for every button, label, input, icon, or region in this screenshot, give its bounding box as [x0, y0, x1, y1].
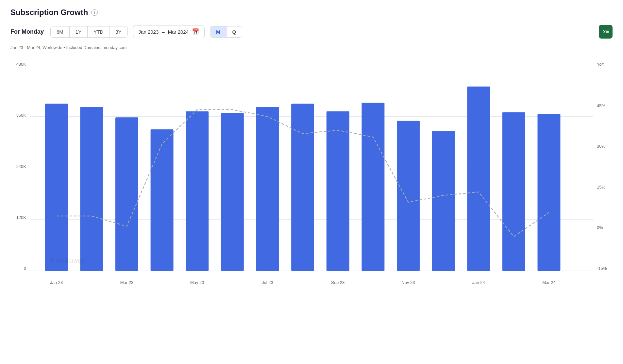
x-axis-labels: Jan 23Mar 23May 23Jul 23Sep 23Nov 23Jan …	[30, 277, 593, 290]
y-axis-right: YoY 45% 30% 15% 0% -15%	[594, 62, 613, 271]
y-label-0: 0	[24, 266, 26, 271]
x-label-sep23: Sep 23	[331, 280, 345, 285]
date-range-start: Jan 2023	[139, 29, 159, 35]
y-label-240k: 240K	[16, 164, 26, 169]
svg-rect-13	[151, 129, 174, 271]
svg-rect-14	[186, 111, 209, 271]
svg-rect-20	[397, 121, 420, 271]
svg-rect-18	[327, 111, 349, 271]
mq-btn-q[interactable]: Q	[227, 26, 242, 37]
x-label-nov23: Nov 23	[401, 280, 415, 285]
controls-row: For Monday 6M 1Y YTD 3Y Jan 2023 – Mar 2…	[10, 25, 613, 39]
period-btn-1y[interactable]: 1Y	[70, 26, 88, 37]
svg-rect-3	[606, 31, 609, 32]
svg-rect-11	[80, 107, 103, 271]
y-label-15pct: 15%	[597, 185, 605, 190]
svg-text:X: X	[603, 30, 606, 34]
y-axis-left: 480K 360K 240K 120K 0	[10, 62, 29, 271]
mq-btn-m[interactable]: M	[210, 26, 227, 37]
for-monday-label: For Monday	[10, 28, 44, 35]
period-buttons: 6M 1Y YTD 3Y	[50, 26, 128, 38]
chart-subtitle: Jan 23 - Mar 24, Worldwide • Included Do…	[10, 45, 613, 50]
date-range-end: Mar 2024	[168, 29, 189, 35]
y-label-45pct: 45%	[597, 103, 605, 108]
y-label-30pct: 30%	[597, 144, 605, 149]
x-label-jan23: Jan 23	[50, 280, 63, 285]
svg-rect-10	[45, 104, 68, 271]
svg-rect-12	[115, 117, 138, 271]
y-label-0pct: 0%	[597, 225, 603, 230]
period-btn-ytd[interactable]: YTD	[88, 26, 109, 37]
chart-title: Subscription Growth	[10, 8, 88, 17]
bars-container	[30, 65, 593, 271]
svg-rect-23	[502, 112, 525, 271]
svg-rect-22	[467, 87, 490, 271]
x-label-jan24: Jan 24	[472, 280, 485, 285]
svg-rect-24	[537, 114, 560, 271]
svg-rect-16	[256, 107, 279, 271]
bars-svg	[30, 65, 593, 271]
x-label-mar23: Mar 23	[120, 280, 133, 285]
chart-area: 480K 360K 240K 120K 0 YoY 45% 30% 15% 0%…	[10, 55, 613, 290]
svg-rect-4	[606, 32, 609, 33]
y-label-480k: 480K	[16, 62, 26, 67]
svg-rect-17	[291, 104, 314, 271]
x-label-may23: May 23	[190, 280, 204, 285]
calendar-icon: 📅	[192, 28, 199, 35]
watermark: © Similarweb	[50, 257, 84, 264]
x-label-jul23: Jul 23	[262, 280, 273, 285]
svg-rect-19	[362, 103, 384, 271]
svg-rect-21	[432, 131, 455, 271]
yoy-header: YoY	[597, 62, 604, 67]
x-label-mar24: Mar 24	[542, 280, 555, 285]
period-btn-6m[interactable]: 6M	[51, 26, 70, 37]
period-btn-3y[interactable]: 3Y	[109, 26, 127, 37]
date-range-picker[interactable]: Jan 2023 – Mar 2024 📅	[133, 25, 205, 38]
svg-rect-15	[221, 113, 244, 271]
y-label-neg15pct: -15%	[597, 266, 607, 271]
y-label-120k: 120K	[16, 215, 26, 220]
date-range-separator: –	[162, 29, 164, 35]
svg-rect-2	[606, 30, 609, 30]
mq-buttons: M Q	[210, 26, 242, 38]
info-icon[interactable]: ℹ	[91, 9, 98, 16]
excel-export-button[interactable]: X	[599, 25, 613, 39]
y-label-360k: 360K	[16, 113, 26, 118]
